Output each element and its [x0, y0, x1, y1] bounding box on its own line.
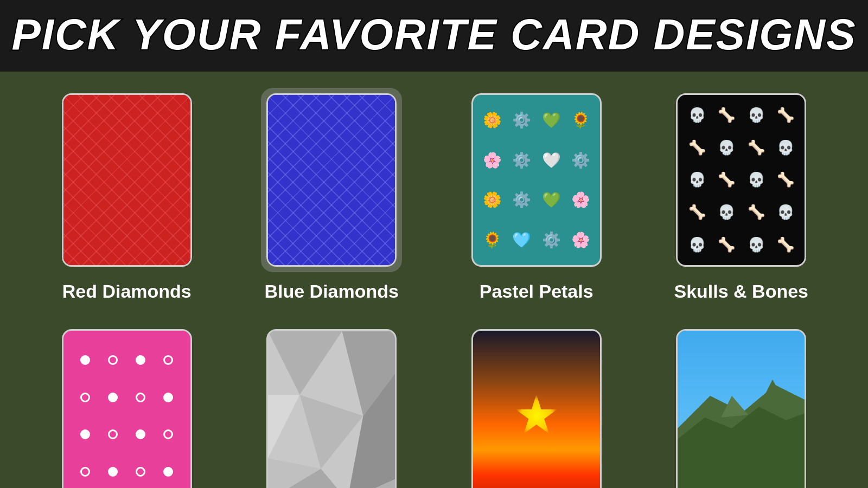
dot: [108, 467, 118, 477]
skull-icon: 💀: [748, 236, 765, 253]
card-wrapper-sunset: [466, 324, 607, 488]
dot-outline: [80, 467, 90, 477]
page-header: PICK YOUR FAVORITE CARD DESIGNS: [0, 0, 868, 72]
dot: [136, 429, 145, 439]
flower-icon: ⚙️: [512, 191, 531, 209]
bone-icon: 🦴: [748, 204, 765, 221]
geo-svg: [268, 331, 395, 488]
landscape-svg: [678, 331, 806, 488]
flower-icon: ⚙️: [512, 111, 531, 129]
skull-icon: 💀: [748, 171, 765, 188]
page-title: PICK YOUR FAVORITE CARD DESIGNS: [11, 10, 857, 60]
dot-outline: [136, 393, 145, 402]
skulls-row-1: 💀 🦴 💀 🦴: [682, 107, 800, 124]
card-item-gray-geo[interactable]: Gray Geometric: [238, 324, 426, 488]
card-label-blue-diamonds: Blue Diamonds: [265, 281, 399, 302]
dot-outline: [108, 429, 118, 439]
card-wrapper-pastel-petals: 🌼 ⚙️ 💚 🌻 🌸 ⚙️ 🤍 ⚙️ 🌼 ⚙️ 💚 🌸: [466, 88, 607, 272]
flower-icon: 🩵: [512, 231, 531, 249]
red-diamonds-pattern: [63, 95, 190, 265]
dot-outline: [163, 355, 173, 365]
card-label-red-diamonds: Red Diamonds: [62, 281, 192, 302]
card-wrapper-red-diamonds: [56, 88, 197, 272]
card-item-skulls-bones[interactable]: 💀 🦴 💀 🦴 🦴 💀 🦴 💀 💀 🦴 💀 🦴: [647, 88, 836, 302]
skull-icon: 💀: [748, 107, 765, 124]
petals-row-1: 🌼 ⚙️ 💚 🌻: [477, 111, 596, 129]
bone-icon: 🦴: [777, 107, 794, 124]
card-preview-landscape: [676, 329, 806, 488]
card-preview-sunset: [471, 329, 602, 488]
card-preview-pink-dots: [62, 329, 192, 488]
skulls-row-2: 🦴 💀 🦴 💀: [682, 139, 800, 156]
bone-icon: 🦴: [688, 139, 706, 156]
flower-icon: 🌸: [571, 231, 590, 249]
dots-row-1: [72, 355, 182, 365]
skull-icon: 💀: [688, 171, 706, 188]
flower-icon: 🌻: [571, 111, 590, 129]
dots-row-3: [72, 429, 182, 439]
flower-icon: ⚙️: [512, 151, 531, 169]
card-item-pastel-petals[interactable]: 🌼 ⚙️ 💚 🌻 🌸 ⚙️ 🤍 ⚙️ 🌼 ⚙️ 💚 🌸: [442, 88, 631, 302]
bone-icon: 🦴: [777, 171, 794, 188]
dot-outline: [108, 355, 118, 365]
flower-icon: 🌸: [483, 151, 502, 169]
star-shape: [515, 394, 558, 438]
card-item-sunset[interactable]: Sunset: [442, 324, 631, 488]
card-preview-blue-diamonds: [266, 93, 397, 267]
card-wrapper-landscape: [671, 324, 812, 488]
petals-row-4: 🌻 🩵 ⚙️ 🌸: [477, 231, 596, 249]
flower-icon: 🌻: [483, 231, 502, 249]
card-wrapper-gray-geo: [261, 324, 402, 488]
card-preview-pastel-petals: 🌼 ⚙️ 💚 🌻 🌸 ⚙️ 🤍 ⚙️ 🌼 ⚙️ 💚 🌸: [471, 93, 602, 267]
skulls-row-3: 💀 🦴 💀 🦴: [682, 171, 800, 188]
card-label-pastel-petals: Pastel Petals: [480, 281, 593, 302]
bone-icon: 🦴: [718, 107, 735, 124]
skull-icon: 💀: [777, 139, 794, 156]
dot: [163, 467, 173, 477]
bone-icon: 🦴: [748, 139, 765, 156]
card-preview-skulls-bones: 💀 🦴 💀 🦴 🦴 💀 🦴 💀 💀 🦴 💀 🦴: [676, 93, 806, 267]
flower-icon: ⚙️: [571, 151, 590, 169]
skull-icon: 💀: [688, 236, 706, 253]
dot-outline: [136, 467, 145, 477]
card-wrapper-blue-diamonds: [261, 88, 402, 272]
card-preview-red-diamonds: [62, 93, 192, 267]
flower-icon: 💚: [542, 191, 561, 209]
petals-row-3: 🌼 ⚙️ 💚 🌸: [477, 191, 596, 209]
card-item-landscape[interactable]: Landscape: [647, 324, 836, 488]
card-label-skulls-bones: Skulls & Bones: [674, 281, 808, 302]
card-grid: Red Diamonds Blue Diamonds 🌼 ⚙️ 💚 🌻 🌸 ⚙️: [0, 72, 868, 488]
flower-icon: 🤍: [542, 151, 561, 169]
dot: [136, 355, 145, 365]
bone-icon: 🦴: [718, 236, 735, 253]
bone-icon: 🦴: [777, 236, 794, 253]
bone-icon: 🦴: [718, 171, 735, 188]
dot: [108, 393, 118, 402]
card-wrapper-pink-dots: [56, 324, 197, 488]
bone-icon: 🦴: [688, 204, 706, 221]
dot: [80, 355, 90, 365]
skull-icon: 💀: [777, 204, 794, 221]
flower-icon: 🌼: [483, 111, 502, 129]
card-preview-gray-geo: [266, 329, 397, 488]
blue-diamonds-pattern: [268, 95, 395, 265]
card-item-pink-dots[interactable]: Pink Dots: [33, 324, 221, 488]
dot: [80, 429, 90, 439]
skulls-row-5: 💀 🦴 💀 🦴: [682, 236, 800, 253]
skull-icon: 💀: [688, 107, 706, 124]
card-item-blue-diamonds[interactable]: Blue Diamonds: [238, 88, 426, 302]
dot: [163, 393, 173, 402]
dot-outline: [80, 393, 90, 402]
skull-icon: 💀: [718, 139, 735, 156]
dot-outline: [163, 429, 173, 439]
petals-row-2: 🌸 ⚙️ 🤍 ⚙️: [477, 151, 596, 169]
skull-icon: 💀: [718, 204, 735, 221]
flower-icon: 🌼: [483, 191, 502, 209]
flower-icon: 💚: [542, 111, 561, 129]
skulls-row-4: 🦴 💀 🦴 💀: [682, 204, 800, 221]
flower-icon: 🌸: [571, 191, 590, 209]
card-item-red-diamonds[interactable]: Red Diamonds: [33, 88, 221, 302]
flower-icon: ⚙️: [542, 231, 561, 249]
card-wrapper-skulls-bones: 💀 🦴 💀 🦴 🦴 💀 🦴 💀 💀 🦴 💀 🦴: [671, 88, 812, 272]
dots-row-4: [72, 467, 182, 477]
